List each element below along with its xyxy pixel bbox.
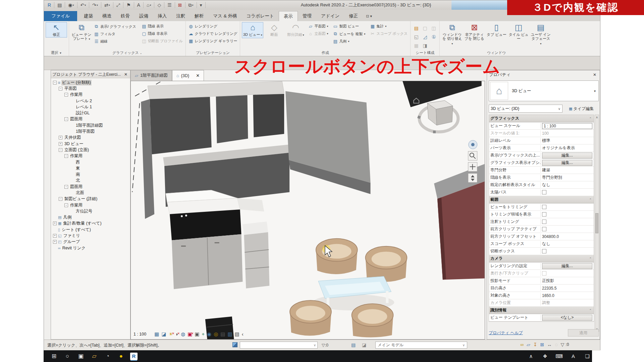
- tab-鉄骨[interactable]: 鉄骨: [116, 11, 135, 21]
- view-tab-plan[interactable]: ▱ 1階平面詳細図: [130, 70, 172, 81]
- plan-views-button[interactable]: ▱平面図▾: [307, 23, 329, 29]
- instance-selector[interactable]: 3D ビュー: {3D} ∨: [489, 105, 562, 113]
- ime-icon[interactable]: A: [569, 353, 578, 359]
- scope-box-button[interactable]: ✂スコープ ボックス: [369, 31, 409, 37]
- property-value[interactable]: 22335.5: [541, 286, 594, 291]
- properties-scrollbar[interactable]: ∧ ∨: [595, 115, 599, 332]
- tab-views-button[interactable]: ▯タブ ビュー: [486, 22, 507, 38]
- property-value[interactable]: 正投影: [541, 278, 594, 284]
- tree-expander-icon[interactable]: +: [59, 136, 62, 139]
- section-icon[interactable]: ◇: [156, 1, 162, 9]
- view-template-button[interactable]: ⧉ビュー テンプレート ▾: [71, 22, 92, 42]
- schedules-button[interactable]: ▦集計▾: [369, 23, 409, 29]
- dropbox-icon[interactable]: ❖: [541, 353, 549, 359]
- steering-wheel-icon[interactable]: [469, 140, 477, 149]
- pan-icon[interactable]: [468, 162, 477, 171]
- hide-isolate-icon[interactable]: ◉: [207, 331, 211, 337]
- tree-item[interactable]: レベル 2: [51, 98, 130, 104]
- checkbox[interactable]: [542, 220, 546, 224]
- dialog-launcher-icon[interactable]: ⌄: [140, 52, 142, 55]
- tree-item[interactable]: 北面: [51, 190, 130, 196]
- section-pin-icon[interactable]: ⌃: [589, 117, 594, 120]
- tree-item[interactable]: ∞Revit リンク: [51, 245, 130, 251]
- tree-item[interactable]: 1階平面詳細図: [51, 122, 130, 128]
- design-option-selector[interactable]: メイン モデル ∨: [375, 342, 467, 349]
- panel-label-graphics[interactable]: グラフィックス ⌄: [69, 50, 185, 56]
- thin-lines-icon[interactable]: ☰: [166, 1, 173, 9]
- tree-item[interactable]: 1階平面図: [51, 128, 130, 134]
- render-gallery-button[interactable]: ▦レンダリング ギャラリー: [187, 38, 238, 44]
- tree-item[interactable]: +3D ビュー: [51, 141, 130, 147]
- tag-icon[interactable]: ⚑: [125, 1, 132, 9]
- tree-expander-icon[interactable]: +: [53, 222, 57, 225]
- reveal-hidden-icon[interactable]: ◎: [214, 331, 218, 337]
- tree-item[interactable]: +◰グループ: [51, 239, 130, 245]
- tree-expander-icon[interactable]: −: [64, 203, 68, 207]
- tree-expander-icon[interactable]: −: [59, 197, 62, 201]
- sun-path-icon[interactable]: ☀✕: [169, 331, 173, 337]
- tree-item[interactable]: +▦集計表/数量 (すべて): [51, 221, 130, 227]
- rendering-dialog-icon[interactable]: ◍: [181, 331, 185, 337]
- tree-item[interactable]: +天井伏図: [51, 135, 130, 141]
- background-processes-icon[interactable]: ◌: [555, 342, 557, 347]
- render-button[interactable]: ◍レンダリング: [187, 23, 238, 29]
- tab-建築[interactable]: 建築: [79, 11, 98, 21]
- unlocked-view-icon[interactable]: ⌖: [202, 331, 205, 337]
- ribbon-display-toggle[interactable]: ⊡ ▾: [363, 11, 375, 21]
- revision-icon[interactable]: ◱: [412, 33, 420, 41]
- aligned-dimension-icon[interactable]: ⤢: [115, 1, 121, 9]
- tab-挿入[interactable]: 挿入: [153, 11, 171, 21]
- hidden-icons-chevron[interactable]: ∧: [527, 353, 535, 359]
- navigation-bar[interactable]: [468, 140, 477, 183]
- worksets-dialog-icon[interactable]: ▤: [351, 342, 356, 348]
- tree-expander-icon[interactable]: −: [59, 87, 62, 90]
- tree-expander-icon[interactable]: +: [53, 240, 57, 244]
- tab-表示[interactable]: 表示: [279, 11, 298, 21]
- checkbox[interactable]: [542, 227, 546, 231]
- close-inactive-button[interactable]: ⊠非アクティブを 閉じる: [464, 22, 485, 42]
- tree-item[interactable]: レベル 1: [51, 104, 130, 110]
- tree-expander-icon[interactable]: +: [59, 142, 62, 146]
- undo-icon[interactable]: ↶▾: [79, 1, 87, 9]
- recorder-icon[interactable]: ◔: [103, 353, 112, 360]
- property-edit-button[interactable]: <なし>: [542, 315, 592, 321]
- close-icon[interactable]: ✕: [592, 72, 598, 77]
- search-icon[interactable]: ○: [63, 353, 72, 360]
- property-value[interactable]: 1650.0: [541, 293, 594, 298]
- sheet-issue-icon[interactable]: ◿: [421, 33, 429, 41]
- highlight-icon[interactable]: ●: [117, 353, 125, 360]
- edit-type-button[interactable]: ▦ タイプ編集: [564, 105, 599, 113]
- selection-filter-icon[interactable]: ▽: [561, 342, 565, 347]
- tab-マス & 外構[interactable]: マス & 外構: [208, 11, 241, 21]
- duplicate-view-button[interactable]: ⧉ビューを 複製▾: [332, 31, 366, 37]
- property-edit-button[interactable]: 編集...: [542, 153, 592, 159]
- collapse-bar-icon[interactable]: ‹: [242, 331, 244, 337]
- switch-windows-icon[interactable]: ⧉▾: [187, 1, 195, 9]
- tree-item[interactable]: −図面用: [51, 184, 130, 190]
- elevation-button[interactable]: ⌂立面図▾: [307, 31, 329, 37]
- show-crop-region-icon[interactable]: ▣: [195, 331, 199, 337]
- redo-icon[interactable]: ↷▾: [91, 1, 99, 9]
- home-icon[interactable]: ▤: [56, 1, 63, 9]
- section-pin-icon[interactable]: ⌃: [589, 257, 594, 260]
- project-browser-header[interactable]: プロジェクト ブラウザ - 二上Exerci... ✕: [51, 70, 130, 78]
- tree-item[interactable]: ▤凡例: [51, 215, 130, 221]
- property-value[interactable]: 100: [541, 131, 594, 136]
- tree-item[interactable]: ▯シート (すべて): [51, 227, 130, 233]
- select-pinned-icon[interactable]: ↧: [533, 342, 537, 347]
- tree-expander-icon[interactable]: −: [53, 81, 57, 84]
- tree-expander-icon[interactable]: −: [64, 93, 68, 97]
- property-value[interactable]: 調整: [541, 300, 594, 306]
- tree-item[interactable]: 西: [51, 159, 130, 165]
- tree-item[interactable]: 方位記号: [51, 208, 130, 214]
- section-pin-icon[interactable]: ⌃: [589, 309, 594, 312]
- close-hidden-windows-icon[interactable]: ⊠: [177, 1, 183, 9]
- render-in-cloud-button[interactable]: ☁クラウドで レンダリング: [187, 31, 238, 37]
- tab-解析[interactable]: 解析: [190, 11, 208, 21]
- checkbox[interactable]: [542, 190, 546, 194]
- properties-help-link[interactable]: プロパティ ヘルプ: [489, 330, 523, 336]
- checkbox[interactable]: [542, 249, 546, 253]
- user-interface-button[interactable]: ▤ユーザ インタフェース ▾: [530, 22, 551, 47]
- tab-file[interactable]: ファイル: [44, 11, 77, 21]
- checkbox[interactable]: [542, 205, 546, 209]
